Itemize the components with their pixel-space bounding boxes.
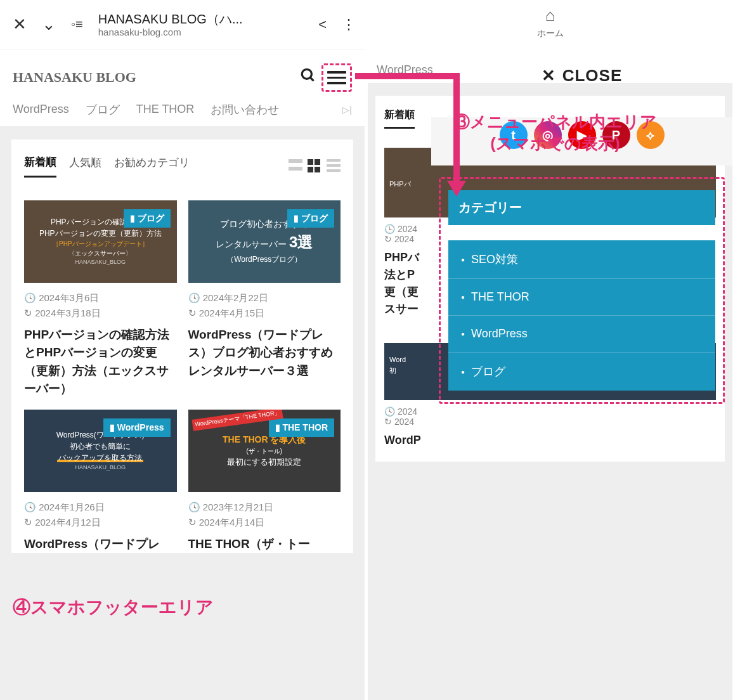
share-icon[interactable]: < <box>318 16 327 33</box>
posts-card: 新着順 人気順 お勧めカテゴリ ▮ ブログ PHPバージョンの確認方法と PHP… <box>11 139 353 554</box>
reader-mode-icon[interactable]: ◦≡ <box>71 17 83 32</box>
chevron-down-icon[interactable]: ⌄ <box>42 15 56 34</box>
category-item-thethor[interactable]: THE THOR <box>448 279 715 316</box>
menu-panel-inner: カテゴリー SEO対策 THE THOR WordPress ブログ <box>439 177 725 404</box>
post-title-peek: WordP <box>384 432 716 449</box>
post-meta: 🕓 2024年1月26日 ↻ 2024年4月12日 <box>24 500 177 530</box>
post-title: WordPress（ワードプレス）ブログ初心者おすすめレンタルサーバー３選 <box>188 326 341 380</box>
main-nav: WordPress ブログ THE THOR お問い合わせ ▷| <box>0 98 365 127</box>
tab-recommend[interactable]: お勧めカテゴリ <box>114 155 190 176</box>
search-icon[interactable] <box>300 67 316 88</box>
phone-right: ✕ ⌄ ◦≡ HANASAKU BLOG（ハ... hanasaku-blog.… <box>368 0 732 49</box>
view-switcher <box>289 159 341 173</box>
refresh-icon: ↻ <box>24 517 32 528</box>
clock-icon: 🕓 <box>188 292 200 303</box>
nav-item-wordpress[interactable]: WordPress <box>13 103 69 116</box>
page-url: hanasaku-blog.com <box>98 27 303 38</box>
post-card[interactable]: ▮ THE THOR WordPressテーマ「THE THOR」 THE TH… <box>188 410 341 554</box>
svg-marker-2 <box>447 181 466 197</box>
post-thumbnail: ▮ WordPress WordPress(ワードプレス) 初心者でも簡単に バ… <box>24 410 177 492</box>
more-icon[interactable]: ⋮ <box>342 16 356 33</box>
clock-icon: 🕓 <box>188 502 200 512</box>
view-grid-icon[interactable] <box>308 159 321 173</box>
category-item-seo[interactable]: SEO対策 <box>448 240 715 279</box>
nav-item-thethor[interactable]: THE THOR <box>136 103 195 116</box>
site-header: HANASAKU BLOG <box>0 49 365 98</box>
site-logo[interactable]: HANASAKU BLOG <box>13 69 291 86</box>
category-tag[interactable]: ▮ ブログ <box>287 209 334 228</box>
category-item-blog[interactable]: ブログ <box>448 353 715 391</box>
category-tag[interactable]: ▮ WordPress <box>103 418 171 437</box>
svg-line-1 <box>310 77 313 81</box>
post-title: PHPバージョンの確認方法とPHPバージョンの変更（更新）方法（エックスサーバー… <box>24 326 177 398</box>
post-thumbnail: ▮ ブログ PHPバージョンの確認方法と PHPバージョンの変更（更新）方法 ［… <box>24 200 177 283</box>
post-thumbnail: ▮ ブログ ブログ初心者おすすめ レンタルサーバー 3選 （WordPressブ… <box>188 200 341 283</box>
nav-item-contact[interactable]: お問い合わせ <box>211 102 279 117</box>
view-list-icon[interactable] <box>327 159 341 173</box>
tab-popular[interactable]: 人気順 <box>69 155 101 176</box>
refresh-icon: ↻ <box>24 308 32 318</box>
clock-icon: 🕓 <box>24 292 36 303</box>
post-thumbnail: ▮ THE THOR WordPressテーマ「THE THOR」 THE TH… <box>188 410 341 492</box>
post-meta: 🕓 2023年12月21日 ↻ 2024年4月14日 <box>188 500 341 530</box>
category-tag[interactable]: ▮ THE THOR <box>269 418 334 437</box>
post-title: WordPress（ワードプレ <box>24 535 177 554</box>
post-meta-peek: 🕓 2024↻ 2024 <box>384 406 716 427</box>
annotation-4: ④スマホフッターエリア <box>13 596 214 619</box>
close-menu-button[interactable]: ✕CLOSE <box>431 49 732 92</box>
footer-home[interactable]: ⌂ホーム <box>368 0 732 49</box>
close-icon: ✕ <box>542 66 556 85</box>
mobile-footer-bar: ⌂ホーム <box>368 0 732 49</box>
browser-bar: ✕ ⌄ ◦≡ HANASAKU BLOG（ハ... hanasaku-blog.… <box>0 0 365 49</box>
refresh-icon: ↻ <box>188 308 197 318</box>
svg-point-0 <box>302 69 311 79</box>
category-header: カテゴリー <box>448 190 715 225</box>
view-large-icon[interactable] <box>289 159 302 173</box>
home-icon: ⌂ <box>545 6 555 25</box>
post-card[interactable]: ▮ WordPress WordPress(ワードプレス) 初心者でも簡単に バ… <box>24 410 177 554</box>
category-tag[interactable]: ▮ ブログ <box>124 209 171 228</box>
nav-item-blog[interactable]: ブログ <box>86 102 120 117</box>
posts-grid: ▮ ブログ PHPバージョンの確認方法と PHPバージョンの変更（更新）方法 ［… <box>24 200 341 554</box>
post-meta: 🕓 2024年3月6日 ↻ 2024年3月18日 <box>24 290 177 321</box>
phone-left: ✕ ⌄ ◦≡ HANASAKU BLOG（ハ... hanasaku-blog.… <box>0 0 365 700</box>
post-meta: 🕓 2024年2月22日 ↻ 2024年4月15日 <box>188 290 341 321</box>
close-tab-icon[interactable]: ✕ <box>13 15 27 34</box>
post-title: THE THOR（ザ・トー <box>188 535 341 554</box>
sort-tabs: 新着順 人気順 お勧めカテゴリ <box>24 155 341 178</box>
category-list: SEO対策 THE THOR WordPress ブログ <box>448 240 715 391</box>
hamburger-menu-icon[interactable] <box>321 63 352 92</box>
category-item-wordpress[interactable]: WordPress <box>448 316 715 353</box>
refresh-icon: ↻ <box>188 517 197 528</box>
annotation-arrow <box>349 63 476 203</box>
address-area[interactable]: HANASAKU BLOG（ハ... hanasaku-blog.com <box>98 11 303 38</box>
annotation-3: ③メニューパネル内エリア (スマホでの表示) <box>453 112 657 155</box>
post-card[interactable]: ▮ ブログ ブログ初心者おすすめ レンタルサーバー 3選 （WordPressブ… <box>188 200 341 398</box>
clock-icon: 🕓 <box>24 502 36 512</box>
post-card[interactable]: ▮ ブログ PHPバージョンの確認方法と PHPバージョンの変更（更新）方法 ［… <box>24 200 177 398</box>
tab-newest[interactable]: 新着順 <box>24 155 56 178</box>
page-title: HANASAKU BLOG（ハ... <box>98 11 303 27</box>
